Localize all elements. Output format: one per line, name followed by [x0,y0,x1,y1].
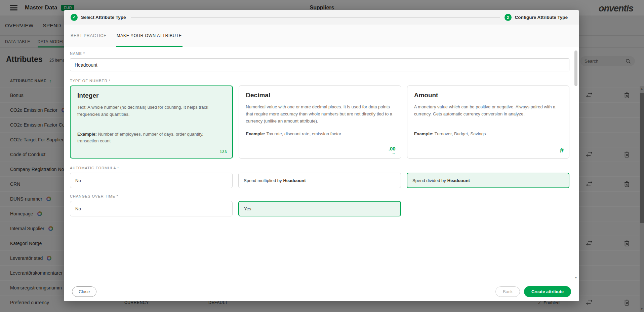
option-formula-no[interactable]: No [70,173,233,188]
create-attribute-button[interactable]: Create attribute [524,286,571,297]
card-example: Example: Turnover, Budget, Savings [414,131,562,137]
dialog-scrollbar-thumb[interactable] [574,50,577,86]
card-description: Text: A whole number (no decimals) used … [77,104,226,118]
back-button[interactable]: Back [495,286,520,297]
card-title: Decimal [246,92,394,99]
automatic-formula-options: No Spend multiplied byHeadcount Spend di… [70,173,569,188]
changes-over-time-label: CHANGES OVER TIME * [70,194,566,198]
step-connector-line [131,17,500,18]
card-example: Example: Tax rate, discount rate, emissi… [246,131,394,137]
card-title: Amount [414,92,562,99]
card-description: Numerical value with one or more decimal… [246,104,394,125]
integer-icon: 123 [220,150,227,154]
amount-icon: # [560,146,564,154]
step1-done-icon: ✓ [71,14,78,21]
card-title: Integer [77,92,226,99]
card-example: Example: Number of employees, number of … [77,131,226,144]
name-input[interactable] [70,58,569,71]
card-integer[interactable]: Integer Text: A whole number (no decimal… [70,85,233,159]
type-cards: Integer Text: A whole number (no decimal… [70,85,569,159]
card-decimal[interactable]: Decimal Numerical value with one or more… [239,85,401,159]
option-spend-multiplied[interactable]: Spend multiplied byHeadcount [238,173,401,188]
name-label: NAME * [70,51,566,56]
close-button[interactable]: Close [72,286,96,297]
card-amount[interactable]: Amount A monetary value which can be pos… [407,85,569,159]
dialog-content: NAME * TYPE OF NUMBER * Integer Text: A … [64,47,579,282]
tab-best-practice[interactable]: BEST PRACTICE [70,25,107,47]
option-spend-divided[interactable]: Spend divided byHeadcount [407,173,569,188]
automatic-formula-label: AUTOMATIC FORMULA * [70,166,566,170]
option-changes-yes[interactable]: Yes [238,201,401,216]
tab-make-your-own-attribute[interactable]: MAKE YOUR OWN ATTRIBUTE [116,25,183,47]
dialog-footer: Close Back Create attribute [64,282,579,301]
step2-number: 2 [505,14,512,21]
step1-label: Select Attribute Type [81,15,126,20]
changes-over-time-options: No Yes [70,201,569,216]
option-changes-no[interactable]: No [70,201,233,216]
create-attribute-dialog: ✓ Select Attribute Type 2 Configure Attr… [64,10,579,301]
card-description: A monetary value which can be positive o… [414,104,562,118]
step2-label: Configure Attribute Type [515,15,568,20]
wizard-steps: ✓ Select Attribute Type 2 Configure Attr… [64,10,579,25]
dialog-tabs: BEST PRACTICE MAKE YOUR OWN ATTRIBUTE [64,25,579,47]
decimal-icon: .00→ [389,147,396,154]
dialog-scroll-down-icon[interactable]: ▼ [574,276,577,279]
type-of-number-label: TYPE OF NUMBER * [70,79,566,83]
